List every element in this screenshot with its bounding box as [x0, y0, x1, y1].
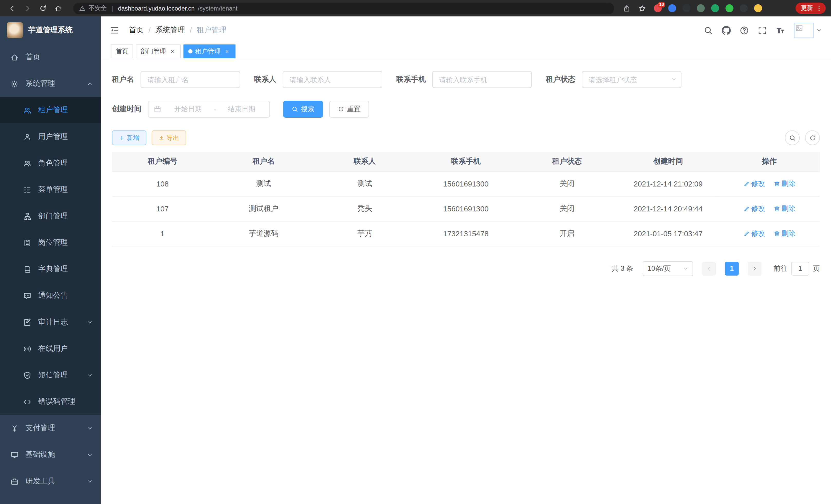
cell-id: 107	[112, 196, 213, 221]
extension-icon[interactable]	[708, 1, 722, 15]
sidebar-item-auditlog[interactable]: 审计日志	[0, 309, 101, 335]
extension-icon[interactable]: 10	[651, 1, 665, 15]
page-number-1[interactable]: 1	[725, 262, 739, 275]
add-button[interactable]: 新增	[112, 130, 146, 145]
tab-2[interactable]: 租户管理×	[183, 45, 235, 58]
cell-id: 108	[112, 171, 213, 196]
refresh-table-button[interactable]	[805, 130, 820, 145]
page-size-select[interactable]: 10条/页	[643, 261, 693, 276]
sidebar-item-devtool[interactable]: 研发工具	[0, 468, 101, 495]
cell-phone: 17321315478	[415, 221, 516, 246]
star-icon	[638, 5, 646, 12]
github-icon[interactable]	[722, 26, 731, 35]
chevron-right-icon	[752, 266, 757, 271]
sidebar-item-sms[interactable]: 短信管理	[0, 362, 101, 388]
role-icon	[23, 159, 31, 167]
sidebar-item-post[interactable]: 岗位管理	[0, 229, 101, 256]
extension-icon[interactable]	[751, 1, 765, 15]
plus-icon	[119, 135, 125, 141]
sidebar-item-label: 首页	[25, 52, 40, 62]
edit-icon	[743, 230, 750, 237]
extension-icon[interactable]	[722, 1, 737, 15]
address-bar[interactable]: 不安全 | dashboard.yudao.iocoder.cn/system/…	[73, 2, 614, 14]
caret-down-icon	[816, 27, 822, 33]
sidebar-item-role[interactable]: 角色管理	[0, 150, 101, 176]
toggle-search-button[interactable]	[785, 130, 800, 145]
sidebar-collapse-icon[interactable]	[110, 25, 119, 35]
app-logo[interactable]: 芋道管理系统	[0, 17, 101, 44]
extension-icon[interactable]	[665, 1, 679, 15]
browser-back-button[interactable]	[5, 2, 19, 14]
sidebar: 芋道管理系统 首页系统管理租户管理用户管理角色管理菜单管理部门管理岗位管理字典管…	[0, 17, 101, 504]
tab-close-icon[interactable]: ×	[223, 48, 231, 55]
edit-icon	[743, 180, 750, 187]
edit-button[interactable]: 修改	[743, 204, 765, 213]
filter-status: 租户状态	[546, 71, 682, 88]
sidebar-item-dept[interactable]: 部门管理	[0, 203, 101, 229]
delete-label: 删除	[781, 204, 795, 213]
breadcrumb-item[interactable]: 首页	[129, 25, 144, 35]
avatar	[794, 23, 814, 38]
security-label: 不安全	[89, 4, 107, 12]
browser-reload-button[interactable]	[36, 2, 50, 14]
chrome-update-button[interactable]: 更新	[796, 3, 826, 13]
fullscreen-icon[interactable]	[758, 26, 767, 35]
sidebar-item-errcode[interactable]: 错误码管理	[0, 388, 101, 415]
contact-input[interactable]	[283, 71, 382, 88]
sidebar-item-infra[interactable]: 基础设施	[0, 442, 101, 468]
cell-created: 2021-12-14 20:49:44	[618, 196, 719, 221]
browser-forward-button[interactable]	[21, 2, 34, 14]
edit-button[interactable]: 修改	[743, 229, 765, 238]
extension-icon[interactable]	[679, 1, 694, 15]
pagination: 共 3 条 10条/页 1 前往 页	[112, 261, 820, 276]
extension-icon[interactable]	[737, 1, 751, 15]
tab-close-icon[interactable]: ×	[169, 48, 176, 55]
sidebar-item-menu[interactable]: 菜单管理	[0, 176, 101, 203]
extension-icon[interactable]	[693, 1, 708, 15]
header-search-icon[interactable]	[704, 26, 713, 35]
page-unit-label: 页	[813, 264, 820, 273]
browser-home-button[interactable]	[51, 2, 65, 14]
column-header: 操作	[719, 152, 820, 171]
edit-button[interactable]: 修改	[743, 179, 765, 188]
reset-button[interactable]: 重置	[329, 101, 369, 118]
sidebar-item-notice[interactable]: 通知公告	[0, 283, 101, 309]
cell-name: 芋道源码	[213, 221, 314, 246]
top-navbar: 首页/系统管理/租户管理	[101, 17, 831, 44]
page-size-value: 10条/页	[648, 264, 671, 273]
sidebar-item-user[interactable]: 用户管理	[0, 124, 101, 150]
sidebar-item-system[interactable]: 系统管理	[0, 70, 101, 97]
sidebar-item-label: 部门管理	[38, 211, 68, 221]
sidebar-item-home[interactable]: 首页	[0, 44, 101, 70]
sidebar-menu: 首页系统管理租户管理用户管理角色管理菜单管理部门管理岗位管理字典管理通知公告审计…	[0, 44, 101, 504]
next-page-button[interactable]	[748, 262, 762, 275]
status-select[interactable]	[582, 71, 682, 88]
font-size-icon[interactable]	[776, 26, 785, 35]
breadcrumb-item[interactable]: 系统管理	[155, 25, 185, 35]
sidebar-item-online[interactable]: 在线用户	[0, 335, 101, 362]
delete-button[interactable]: 删除	[773, 179, 795, 188]
goto-page-input[interactable]	[791, 262, 809, 275]
cell-name: 测试	[213, 171, 314, 196]
delete-button[interactable]: 删除	[773, 229, 795, 238]
bookmark-button[interactable]	[635, 2, 649, 14]
sidebar-item-pay[interactable]: 支付管理	[0, 415, 101, 441]
prev-page-button[interactable]	[702, 262, 716, 275]
export-button[interactable]: 导出	[152, 130, 186, 145]
tab-1[interactable]: 部门管理×	[136, 45, 181, 58]
sidebar-item-tenant[interactable]: 租户管理	[0, 97, 101, 124]
kebab-menu-icon[interactable]	[815, 5, 823, 12]
search-button[interactable]: 搜索	[283, 101, 323, 118]
chevron-left-icon	[706, 266, 712, 271]
share-button[interactable]	[620, 2, 634, 14]
tab-0[interactable]: 首页	[111, 45, 133, 58]
date-range-picker[interactable]: 开始日期 - 结束日期	[148, 101, 270, 118]
user-icon	[23, 133, 31, 141]
dict-icon	[23, 265, 31, 273]
sidebar-item-dict[interactable]: 字典管理	[0, 256, 101, 282]
help-icon[interactable]	[740, 26, 749, 35]
tenant-name-input[interactable]	[141, 71, 240, 88]
delete-button[interactable]: 删除	[773, 204, 795, 213]
phone-input[interactable]	[432, 71, 532, 88]
user-avatar-menu[interactable]	[794, 23, 822, 38]
